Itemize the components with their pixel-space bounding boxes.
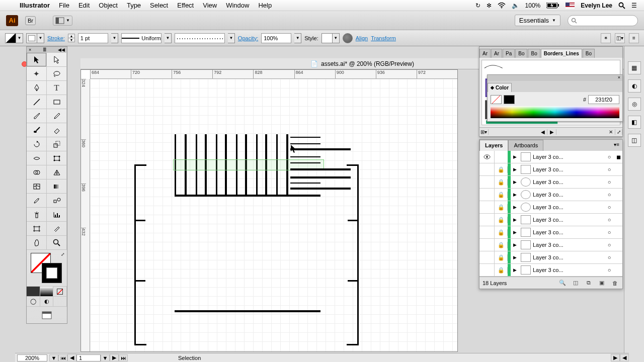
brush-remove-icon[interactable]: ✕	[606, 129, 615, 135]
transform-link[interactable]: Transform	[371, 35, 396, 41]
layer-name[interactable]: Layer 3 co...	[533, 254, 604, 260]
blend-tool[interactable]	[47, 194, 67, 208]
menu-window[interactable]: Window	[221, 2, 254, 9]
recolor-icon[interactable]	[343, 33, 353, 43]
layer-name[interactable]: Layer 3 co...	[533, 242, 604, 248]
expand-icon[interactable]: ▶	[511, 242, 519, 247]
layer-name[interactable]: Layer 3 co...	[533, 204, 604, 210]
panel-menu-icon[interactable]: ≡	[629, 33, 639, 43]
layer-name[interactable]: Layer 3 co...	[533, 229, 604, 235]
document-layout-selector[interactable]: ▼	[53, 16, 72, 26]
stroke-box[interactable]	[42, 263, 62, 283]
expand-icon[interactable]: ▶	[511, 192, 519, 197]
artboards-tab[interactable]: Artboards	[508, 140, 543, 151]
color-close-icon[interactable]: ×	[618, 75, 620, 81]
slice-tool[interactable]	[47, 222, 67, 236]
panel-tab-bo2[interactable]: Bo	[528, 49, 540, 58]
direct-selection-tool[interactable]	[47, 53, 67, 67]
panel-tab-pa[interactable]: Pa	[503, 49, 515, 58]
rectangle-tool[interactable]	[47, 95, 67, 109]
lock-icon[interactable]: 🔒	[495, 254, 508, 261]
isolate-icon[interactable]: ✶	[601, 33, 611, 43]
color-tab[interactable]: Color	[496, 85, 509, 90]
graphic-style-select[interactable]: ▼	[321, 33, 340, 43]
stroke-weight-input[interactable]: 1 pt	[78, 33, 108, 43]
target-icon[interactable]: ○	[604, 217, 614, 223]
menu-type[interactable]: Type	[122, 2, 145, 9]
lock-icon[interactable]: 🔒	[495, 229, 508, 236]
visibility-icon[interactable]	[479, 176, 495, 188]
layer-row[interactable]: 🔒▶Layer 3 co...○	[479, 201, 622, 214]
gradient-tool[interactable]	[47, 179, 67, 194]
graph-tool[interactable]	[47, 208, 67, 222]
lock-icon[interactable]: 🔒	[495, 192, 508, 198]
visibility-icon[interactable]	[479, 239, 495, 251]
layers-menu-icon[interactable]: ▾≡	[611, 140, 622, 151]
lock-icon[interactable]: 🔒	[495, 204, 508, 211]
nav-next-icon[interactable]: ▶	[110, 354, 119, 361]
pencil-tool[interactable]	[47, 109, 67, 123]
visibility-icon[interactable]	[479, 201, 495, 213]
gradient-mode-icon[interactable]	[40, 287, 54, 296]
menu-list-icon[interactable]: ☰	[631, 2, 637, 9]
visibility-icon[interactable]	[479, 189, 495, 201]
color-spectrum[interactable]	[491, 106, 619, 118]
symbol-sprayer-tool[interactable]	[27, 208, 47, 222]
target-icon[interactable]: ○	[604, 204, 614, 210]
layer-row[interactable]: 🔒▶Layer 3 co...○	[479, 176, 622, 189]
color-stroke-swatch[interactable]	[504, 95, 515, 104]
flag-icon[interactable]	[566, 3, 575, 9]
tool-collapse-icon[interactable]: ◀◀	[58, 47, 65, 52]
strip-stroke-icon[interactable]: ◎	[628, 98, 641, 111]
profile-dd[interactable]: ▼	[165, 33, 172, 43]
battery-icon[interactable]	[546, 3, 559, 9]
artboard-number-input[interactable]: 1	[76, 354, 101, 361]
expand-icon[interactable]: ▶	[511, 179, 519, 185]
expand-icon[interactable]: ▶	[511, 154, 519, 159]
lock-icon[interactable]: 🔒	[495, 267, 508, 274]
stroke-weight-dd[interactable]: ▼	[111, 33, 118, 43]
volume-icon[interactable]: 🔈	[512, 2, 519, 9]
type-tool[interactable]: T	[47, 81, 67, 95]
scale-tool[interactable]	[47, 137, 67, 151]
menu-select[interactable]: Select	[145, 2, 173, 9]
menu-edit[interactable]: Edit	[74, 2, 94, 9]
lock-icon[interactable]: 🔒	[495, 166, 508, 173]
lock-icon[interactable]: 🔒	[495, 217, 508, 223]
layer-row[interactable]: ▶Layer 3 co...○◼	[479, 151, 622, 163]
target-icon[interactable]: ○	[604, 166, 614, 172]
workspace-switcher[interactable]: Essentials ▼	[515, 15, 560, 26]
layer-row[interactable]: 🔒▶Layer 3 co...○	[479, 163, 622, 176]
width-tool[interactable]	[27, 151, 47, 165]
locate-layer-icon[interactable]: 🔍	[558, 279, 567, 287]
layer-name[interactable]: Layer 3 co...	[533, 217, 604, 223]
expand-icon[interactable]: ▶	[511, 217, 519, 222]
bridge-button[interactable]: Br	[25, 16, 36, 25]
draw-behind-icon[interactable]: ◐	[40, 297, 54, 306]
stroke-swatch[interactable]: ▼	[26, 33, 44, 43]
menu-help[interactable]: Help	[254, 2, 276, 9]
eyedropper-tool[interactable]	[27, 194, 47, 208]
shape-builder-tool[interactable]	[27, 165, 47, 179]
hand-tool[interactable]	[27, 236, 47, 250]
canvas[interactable]: 684 720 756 792 828 864 900 936 972 324 …	[80, 69, 458, 352]
visibility-icon[interactable]	[479, 214, 495, 226]
nav-last-icon[interactable]: ⏭	[119, 354, 128, 361]
opacity-input[interactable]: 100%	[261, 33, 291, 43]
mask-icon[interactable]: ◫▾	[615, 33, 625, 43]
brush-dd[interactable]: ▼	[228, 33, 235, 43]
zoom-tool[interactable]	[47, 236, 67, 250]
color-fill-swatch[interactable]	[491, 95, 502, 104]
visibility-icon[interactable]	[479, 163, 495, 175]
target-icon[interactable]: ○	[604, 154, 614, 160]
spotlight-icon[interactable]	[618, 2, 625, 9]
layers-list[interactable]: ▶Layer 3 co...○◼🔒▶Layer 3 co...○🔒▶Layer …	[479, 151, 622, 277]
artwork-area[interactable]	[90, 79, 457, 351]
lock-icon[interactable]: 🔒	[495, 179, 508, 186]
vertical-ruler[interactable]: 324 360 396 432	[81, 79, 90, 351]
opacity-label-link[interactable]: Opacity:	[238, 35, 258, 41]
lock-icon[interactable]: 🔒	[495, 242, 508, 248]
delete-layer-icon[interactable]: 🗑	[610, 279, 619, 287]
target-icon[interactable]: ○	[604, 242, 614, 248]
new-sublayer-icon[interactable]: ⧉	[584, 279, 593, 287]
